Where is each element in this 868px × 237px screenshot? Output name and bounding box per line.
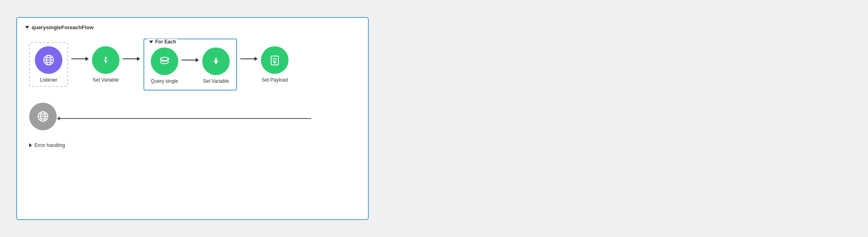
node-set-variable-2[interactable]: Set Variable	[202, 47, 230, 84]
payload-icon	[267, 53, 282, 67]
flow-name: querysingleForeachFlow	[32, 24, 94, 30]
flow-title: querysingleForeachFlow	[25, 24, 360, 30]
set-variable-2-circle[interactable]	[202, 47, 230, 75]
return-arrow-head	[57, 116, 60, 121]
listener-out-circle[interactable]	[29, 103, 57, 130]
arrow-2	[123, 57, 140, 61]
query-single-label: Query single	[151, 78, 178, 84]
bottom-listener-group	[29, 103, 57, 130]
listener-circle[interactable]	[35, 46, 62, 74]
bottom-section	[29, 103, 360, 130]
globe-out-icon	[36, 109, 50, 124]
set-variable-1-label: Set Variable	[93, 77, 119, 83]
main-flow: Listener var Set Variable	[29, 39, 360, 90]
collapse-icon[interactable]	[25, 26, 29, 29]
var-icon-2	[209, 54, 223, 69]
error-handling-expand-icon[interactable]	[29, 143, 32, 147]
error-handling-row[interactable]: Error handling	[29, 142, 360, 148]
foreach-collapse-icon[interactable]	[149, 41, 153, 43]
svg-rect-11	[215, 58, 217, 61]
node-query-single[interactable]: Query single	[151, 47, 178, 84]
svg-point-9	[160, 57, 169, 60]
foreach-title: For Each	[155, 39, 176, 45]
node-set-variable-1[interactable]: var Set Variable	[92, 46, 120, 83]
error-handling-label: Error handling	[34, 142, 65, 148]
return-arrow-line	[60, 118, 311, 119]
set-payload-label: Set Payload	[262, 77, 288, 83]
foreach-label: For Each	[148, 39, 177, 45]
svg-text:var: var	[103, 58, 109, 62]
listener-dashed-group: Listener	[29, 42, 68, 87]
listener-label: Listener	[40, 77, 58, 83]
var-icon-1: var	[98, 53, 113, 67]
globe-icon	[41, 53, 56, 67]
query-single-circle[interactable]	[151, 47, 178, 75]
foreach-content: Query single Set Variable	[151, 47, 230, 84]
arrow-1	[71, 57, 89, 61]
node-set-payload[interactable]: Set Payload	[261, 46, 289, 83]
db-icon	[157, 54, 172, 69]
foreach-container: For Each Query single	[143, 39, 237, 90]
node-listener[interactable]: Listener	[35, 46, 62, 83]
set-payload-circle[interactable]	[261, 46, 289, 74]
set-variable-1-circle[interactable]: var	[92, 46, 120, 74]
return-arrow	[57, 116, 311, 121]
arrow-3	[182, 58, 199, 62]
arrow-4	[240, 57, 258, 61]
svg-marker-16	[273, 62, 276, 64]
flow-container: querysingleForeachFlow	[16, 17, 369, 220]
set-variable-2-label: Set Variable	[203, 78, 229, 84]
